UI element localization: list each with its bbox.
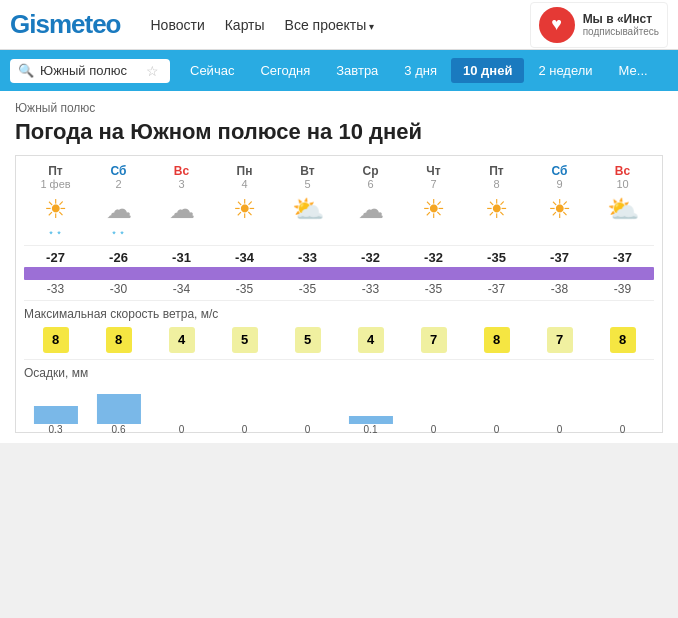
day-col-6: Чт 7 ☀ (402, 164, 465, 241)
weather-icon-0: ☀ (24, 194, 87, 225)
nav-maps[interactable]: Карты (225, 17, 265, 33)
social-subtitle: подписывайтесь (583, 26, 659, 37)
day-name-4: Вт (276, 164, 339, 178)
precip-bar-0 (33, 406, 77, 424)
wind-cell-3: 5 (213, 327, 276, 353)
tab-month[interactable]: Ме... (607, 58, 660, 83)
temp-low-8: -38 (528, 282, 591, 296)
weather-icon-6: ☀ (402, 194, 465, 225)
tab-today[interactable]: Сегодня (248, 58, 322, 83)
nav-projects[interactable]: Все проекты (285, 17, 375, 33)
day-name-1: Сб (87, 164, 150, 178)
social-text-wrap: Мы в «Инст подписывайтесь (583, 12, 659, 37)
precip-val-2: 0 (150, 424, 213, 435)
social-promo[interactable]: ♥ Мы в «Инст подписывайтесь (530, 2, 668, 48)
tab-now[interactable]: Сейчас (178, 58, 246, 83)
temp-low-2: -34 (150, 282, 213, 296)
day-date-3: 4 (213, 178, 276, 190)
temp-high-9: -37 (591, 250, 654, 265)
day-name-9: Вс (591, 164, 654, 178)
tab-3days[interactable]: 3 дня (392, 58, 449, 83)
day-name-0: Пт (24, 164, 87, 178)
day-col-9: Вс 10 ⛅ (591, 164, 654, 241)
precip-section: Осадки, мм0.30.60000.10000 (24, 359, 654, 424)
day-name-7: Пт (465, 164, 528, 178)
day-name-3: Пн (213, 164, 276, 178)
wind-cell-0: 8 (24, 327, 87, 353)
temp-low-6: -35 (402, 282, 465, 296)
weather-icon-5: ☁ (339, 194, 402, 225)
weather-wrapper: Пт 1 фев ☀ * * Сб 2 ☁ * * Вс 3 ☁ Пн 4 ☀ … (15, 155, 663, 433)
temp-high-7: -35 (465, 250, 528, 265)
temp-low-4: -35 (276, 282, 339, 296)
temp-low-7: -37 (465, 282, 528, 296)
temp-high-6: -32 (402, 250, 465, 265)
main-content: Южный полюс Погода на Южном полюсе на 10… (0, 91, 678, 443)
wind-cell-8: 7 (528, 327, 591, 353)
day-date-6: 7 (402, 178, 465, 190)
temp-low-9: -39 (591, 282, 654, 296)
snow-dots-0: * * (24, 229, 87, 241)
precip-val-7: 0 (465, 424, 528, 435)
day-date-2: 3 (150, 178, 213, 190)
temp-low-5: -33 (339, 282, 402, 296)
day-col-4: Вт 5 ⛅ (276, 164, 339, 241)
weather-icon-7: ☀ (465, 194, 528, 225)
precip-val-6: 0 (402, 424, 465, 435)
snow-dots-6 (402, 229, 465, 241)
day-name-2: Вс (150, 164, 213, 178)
temp-high-3: -34 (213, 250, 276, 265)
wind-cell-4: 5 (276, 327, 339, 353)
tab-tomorrow[interactable]: Завтра (324, 58, 390, 83)
temp-high-2: -31 (150, 250, 213, 265)
wind-cell-1: 8 (87, 327, 150, 353)
snow-dots-5 (339, 229, 402, 241)
temp-high-5: -32 (339, 250, 402, 265)
temp-high-1: -26 (87, 250, 150, 265)
nav-news[interactable]: Новости (151, 17, 205, 33)
wind-cell-6: 7 (402, 327, 465, 353)
precip-val-5: 0.1 (339, 424, 402, 435)
day-col-1: Сб 2 ☁ * * (87, 164, 150, 241)
snow-dots-3 (213, 229, 276, 241)
heart-icon: ♥ (539, 7, 575, 43)
search-input-wrap[interactable]: 🔍 ☆ (10, 59, 170, 83)
snow-dots-9 (591, 229, 654, 241)
temp-section: -27-26-31-34-33-32-32-35-37-37-33-30-34-… (24, 250, 654, 296)
wind-cell-9: 8 (591, 327, 654, 353)
day-date-0: 1 фев (24, 178, 87, 190)
precip-val-8: 0 (528, 424, 591, 435)
snow-dots-2 (150, 229, 213, 241)
precip-val-0: 0.3 (24, 424, 87, 435)
nav-links: Новости Карты Все проекты (151, 17, 530, 33)
search-input[interactable] (40, 63, 140, 78)
precip-label: Осадки, мм (24, 366, 654, 380)
day-date-9: 10 (591, 178, 654, 190)
weather-icon-1: ☁ (87, 194, 150, 225)
wind-cell-2: 4 (150, 327, 213, 353)
day-col-8: Сб 9 ☀ (528, 164, 591, 241)
temp-low-3: -35 (213, 282, 276, 296)
logo[interactable]: Gismeteo (10, 9, 121, 40)
day-col-3: Пн 4 ☀ (213, 164, 276, 241)
header: Gismeteo Новости Карты Все проекты ♥ Мы … (0, 0, 678, 50)
precip-val-4: 0 (276, 424, 339, 435)
precip-bar-1 (96, 394, 140, 424)
day-date-5: 6 (339, 178, 402, 190)
page-title: Погода на Южном полюсе на 10 дней (15, 119, 663, 145)
snow-dots-4 (276, 229, 339, 241)
tabs: Сейчас Сегодня Завтра 3 дня 10 дней 2 не… (178, 58, 660, 83)
temp-high-0: -27 (24, 250, 87, 265)
wind-section: Максимальная скорость ветра, м/с 8 8 4 5… (24, 300, 654, 353)
day-col-7: Пт 8 ☀ (465, 164, 528, 241)
star-icon[interactable]: ☆ (146, 63, 159, 79)
precip-bar-5 (348, 416, 392, 424)
precip-val-9: 0 (591, 424, 654, 435)
snow-dots-7 (465, 229, 528, 241)
tab-2weeks[interactable]: 2 недели (526, 58, 604, 83)
wind-cell-7: 8 (465, 327, 528, 353)
temp-bar (24, 267, 654, 280)
weather-icon-4: ⛅ (276, 194, 339, 225)
tab-10days[interactable]: 10 дней (451, 58, 524, 83)
temp-high-8: -37 (528, 250, 591, 265)
